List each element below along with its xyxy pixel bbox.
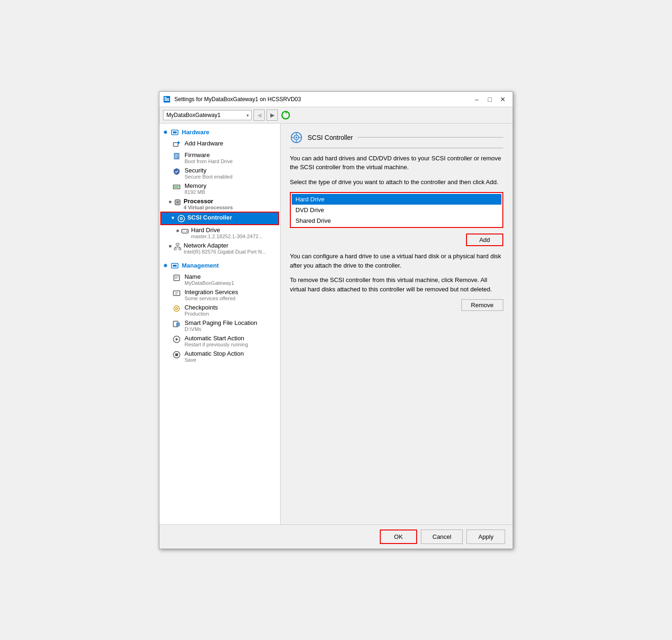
sidebar-item-hard-drive[interactable]: ■ Hard Drive master.1.2.18252.1-304-2472…: [159, 225, 280, 241]
integration-icon: [172, 289, 181, 297]
firmware-icon: [172, 152, 181, 160]
auto-stop-content: Automatic Stop Action Save: [185, 350, 276, 363]
add-button[interactable]: Add: [466, 234, 503, 246]
security-icon: [172, 167, 181, 176]
checkpoints-content: Checkpoints Production: [185, 304, 276, 317]
panel-divider: [357, 137, 503, 138]
panel-desc1: You can add hard drives and CD/DVD drive…: [290, 154, 503, 172]
processor-label: Processor: [184, 198, 276, 205]
svg-rect-2: [165, 100, 169, 101]
sidebar-item-security[interactable]: Security Secure Boot enabled: [159, 165, 280, 181]
svg-rect-15: [174, 186, 175, 188]
add-button-row: Add: [290, 234, 503, 246]
memory-content: Memory 8192 MB: [185, 182, 276, 195]
refresh-button[interactable]: [280, 109, 292, 121]
management-arrow-icon: ✸: [163, 262, 168, 269]
sidebar-item-processor[interactable]: ■ Processor: [159, 196, 280, 212]
svg-marker-56: [176, 338, 178, 341]
processor-icon: [173, 198, 182, 206]
svg-rect-17: [177, 186, 178, 188]
hdd-expand-icon: ■: [176, 228, 179, 233]
memory-icon: [172, 183, 181, 191]
cancel-button[interactable]: Cancel: [421, 530, 463, 544]
drive-list-container: Hard Drive DVD Drive Shared Drive: [290, 192, 503, 228]
scsi-content: SCSI Controller: [187, 214, 274, 221]
window-controls: – □ ✕: [471, 95, 509, 104]
main-content: ✸ Hardware Add Hardware: [159, 124, 513, 524]
right-panel: SCSI Controller You can add hard drives …: [281, 124, 513, 524]
network-expand-icon: ■: [169, 243, 171, 248]
auto-start-content: Automatic Start Action Restart if previo…: [185, 335, 276, 347]
management-icon: [171, 262, 179, 270]
sidebar-item-checkpoints[interactable]: Checkpoints Production: [159, 303, 280, 318]
security-label: Security: [185, 167, 276, 174]
drive-option-shared-drive[interactable]: Shared Drive: [292, 215, 501, 226]
footer: OK Cancel Apply: [159, 524, 513, 549]
hdd-icon: [181, 227, 189, 235]
sidebar-item-memory[interactable]: Memory 8192 MB: [159, 181, 280, 196]
sidebar-item-smart-paging[interactable]: Smart Paging File Location D:\VMs: [159, 318, 280, 333]
back-button[interactable]: ◀: [254, 110, 265, 121]
apply-button[interactable]: Apply: [466, 530, 505, 544]
network-sub: Intel(R) 82576 Gigabit Dual Port N...: [184, 249, 276, 255]
sidebar-item-integration[interactable]: Integration Services Some services offer…: [159, 287, 280, 303]
network-content: Network Adapter Intel(R) 82576 Gigabit D…: [184, 242, 276, 255]
svg-rect-47: [173, 291, 180, 296]
sidebar-item-add-hardware[interactable]: Add Hardware: [159, 138, 280, 150]
hard-drive-label: Hard Drive: [191, 227, 276, 234]
hardware-label: Hardware: [182, 129, 209, 136]
remove-button[interactable]: Remove: [461, 299, 503, 311]
title-bar: Settings for MyDataBoxGateway1 on HCSSRV…: [159, 92, 513, 107]
processor-expand-icon: ■: [169, 199, 171, 204]
vm-select-wrapper: MyDataBoxGateway1: [163, 110, 252, 120]
hard-drive-sub: master.1.2.18252.1-304-2472...: [191, 234, 276, 239]
vm-select[interactable]: MyDataBoxGateway1: [163, 110, 252, 120]
drive-option-hard-drive[interactable]: Hard Drive: [292, 194, 501, 205]
maximize-button[interactable]: □: [484, 95, 496, 104]
memory-sub: 8192 MB: [185, 189, 276, 195]
smart-paging-label: Smart Paging File Location: [185, 319, 276, 326]
integration-content: Integration Services Some services offer…: [185, 289, 276, 301]
memory-label: Memory: [185, 182, 276, 189]
close-button[interactable]: ✕: [497, 95, 509, 104]
security-content: Security Secure Boot enabled: [185, 167, 276, 179]
name-icon: [172, 274, 181, 282]
name-label: Name: [185, 273, 276, 280]
panel-desc2: Select the type of drive you want to att…: [290, 178, 503, 187]
integration-sub: Some services offered: [185, 296, 276, 301]
sidebar: ✸ Hardware Add Hardware: [159, 124, 281, 524]
smart-paging-content: Smart Paging File Location D:\VMs: [185, 319, 276, 332]
svg-rect-18: [178, 186, 179, 188]
sidebar-item-firmware[interactable]: Firmware Boot from Hard Drive: [159, 150, 280, 165]
sidebar-item-auto-start[interactable]: Automatic Start Action Restart if previo…: [159, 333, 280, 349]
drive-option-dvd-drive[interactable]: DVD Drive: [292, 205, 501, 215]
scsi-expand-icon: ▼: [171, 215, 175, 220]
name-sub: MyDataBoxGateway1: [185, 280, 276, 286]
minimize-button[interactable]: –: [471, 95, 483, 104]
sidebar-item-scsi[interactable]: ▼ SCSI Controller: [160, 212, 279, 225]
remove-button-row: Remove: [290, 299, 503, 311]
processor-sub: 4 Virtual processors: [184, 205, 276, 210]
forward-button[interactable]: ▶: [267, 110, 278, 121]
svg-rect-7: [173, 143, 178, 146]
hardware-section-header[interactable]: ✸ Hardware: [159, 126, 280, 138]
hard-drive-content: Hard Drive master.1.2.18252.1-304-2472..…: [191, 227, 276, 239]
svg-point-31: [180, 218, 182, 219]
firmware-content: Firmware Boot from Hard Drive: [185, 151, 276, 164]
sidebar-item-auto-stop[interactable]: Automatic Stop Action Save: [159, 349, 280, 364]
ok-button[interactable]: OK: [380, 530, 417, 544]
checkpoints-icon: [172, 304, 181, 313]
management-section-header[interactable]: ✸ Management: [159, 260, 280, 272]
svg-rect-43: [173, 265, 177, 267]
svg-rect-35: [176, 243, 179, 245]
network-icon: [173, 242, 182, 251]
panel-desc4: To remove the SCSI controller from this …: [290, 275, 503, 294]
panel-desc3: You can configure a hard drive to use a …: [290, 252, 503, 270]
management-label: Management: [182, 262, 219, 269]
sidebar-item-network[interactable]: ■ Network Adapter Intel(R) 82576 Gigabit: [159, 241, 280, 256]
hardware-icon: [171, 128, 179, 137]
svg-point-33: [186, 230, 188, 232]
sidebar-item-name[interactable]: Name MyDataBoxGateway1: [159, 272, 280, 287]
toolbar: MyDataBoxGateway1 ◀ ▶: [159, 107, 513, 124]
svg-point-61: [295, 137, 297, 138]
